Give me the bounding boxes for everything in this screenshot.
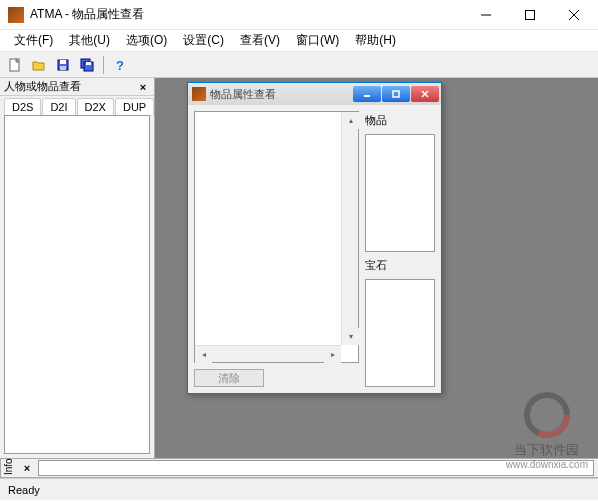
svg-rect-14: [393, 91, 399, 97]
app-name: ATMA: [30, 7, 62, 21]
toolbar-separator: [103, 56, 104, 74]
horizontal-scrollbar[interactable]: ◂ ▸: [195, 345, 341, 362]
menu-help[interactable]: 帮助(H): [347, 30, 404, 51]
svg-text:?: ?: [116, 58, 124, 72]
items-label: 物品: [365, 111, 435, 130]
mdi-workspace: 物品属性查看 ▴ ▾ ◂ ▸: [155, 78, 598, 458]
child-window: 物品属性查看 ▴ ▾ ◂ ▸: [187, 82, 442, 394]
toolbar: ?: [0, 52, 598, 78]
item-listbox[interactable]: ▴ ▾ ◂ ▸: [194, 111, 359, 363]
vertical-scrollbar[interactable]: ▴ ▾: [341, 112, 358, 345]
scroll-right-icon[interactable]: ▸: [324, 346, 341, 363]
scroll-up-icon[interactable]: ▴: [342, 112, 359, 129]
tab-d2s[interactable]: D2S: [4, 98, 41, 115]
status-text: Ready: [8, 484, 40, 496]
menu-file[interactable]: 文件(F): [6, 30, 61, 51]
doc-title: 物品属性查看: [72, 7, 144, 21]
scroll-down-icon[interactable]: ▾: [342, 328, 359, 345]
side-panel-content[interactable]: [4, 115, 150, 454]
tab-dup[interactable]: DUP: [115, 98, 154, 115]
menu-options[interactable]: 选项(O): [118, 30, 175, 51]
child-window-title: 物品属性查看: [210, 87, 353, 102]
status-bar: Ready: [0, 478, 598, 500]
items-box[interactable]: [365, 134, 435, 252]
close-button[interactable]: [552, 1, 596, 29]
side-panel-close-icon[interactable]: ×: [136, 80, 150, 94]
child-close-button[interactable]: [411, 86, 439, 102]
svg-rect-11: [86, 62, 91, 65]
clear-button[interactable]: 清除: [194, 369, 264, 387]
menu-view[interactable]: 查看(V): [232, 30, 288, 51]
menu-bar: 文件(F) 其他(U) 选项(O) 设置(C) 查看(V) 窗口(W) 帮助(H…: [0, 30, 598, 52]
child-minimize-button[interactable]: [353, 86, 381, 102]
new-icon[interactable]: [4, 54, 26, 76]
child-window-icon: [192, 87, 206, 101]
tab-d2x[interactable]: D2X: [77, 98, 114, 115]
app-icon: [8, 7, 24, 23]
save-all-icon[interactable]: [76, 54, 98, 76]
menu-settings[interactable]: 设置(C): [175, 30, 232, 51]
svg-rect-8: [60, 66, 66, 70]
menu-other[interactable]: 其他(U): [61, 30, 118, 51]
minimize-button[interactable]: [464, 1, 508, 29]
info-panel: Info ×: [0, 458, 598, 478]
tab-d2i[interactable]: D2I: [42, 98, 75, 115]
gems-box[interactable]: [365, 279, 435, 387]
side-panel-title: 人物或物品查看: [4, 79, 136, 94]
svg-rect-1: [526, 10, 535, 19]
scroll-left-icon[interactable]: ◂: [195, 346, 212, 363]
window-title: ATMA - 物品属性查看: [30, 6, 464, 23]
side-panel: 人物或物品查看 × D2S D2I D2X DUP: [0, 78, 155, 458]
svg-rect-7: [60, 60, 66, 64]
open-icon[interactable]: [28, 54, 50, 76]
save-icon[interactable]: [52, 54, 74, 76]
menu-window[interactable]: 窗口(W): [288, 30, 347, 51]
gems-label: 宝石: [365, 256, 435, 275]
maximize-button[interactable]: [508, 1, 552, 29]
child-maximize-button[interactable]: [382, 86, 410, 102]
info-panel-close-icon[interactable]: ×: [20, 461, 34, 475]
info-input[interactable]: [38, 460, 594, 476]
help-icon[interactable]: ?: [109, 54, 131, 76]
info-panel-label: Info: [0, 459, 16, 477]
